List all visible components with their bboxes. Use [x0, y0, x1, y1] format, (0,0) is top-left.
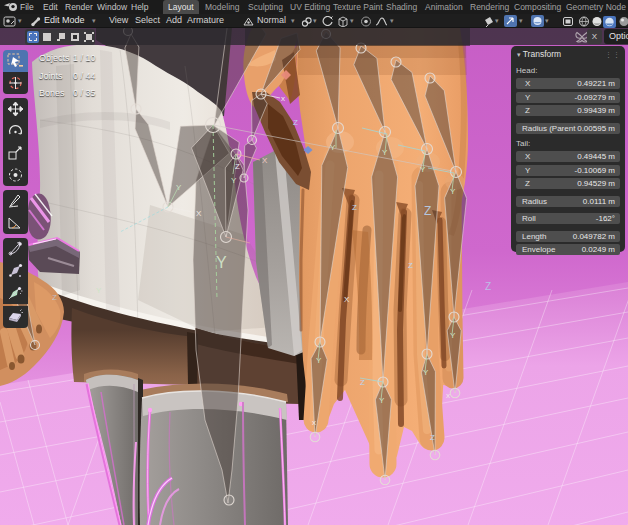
- svg-text:Y: Y: [330, 143, 336, 152]
- svg-text:Y: Y: [379, 396, 385, 405]
- svg-text:Y: Y: [96, 286, 102, 295]
- svg-text:Z: Z: [293, 118, 298, 127]
- svg-text:x: x: [446, 391, 450, 400]
- svg-text:Z: Z: [430, 433, 435, 442]
- svg-text:x: x: [281, 94, 285, 103]
- svg-text:Z: Z: [352, 203, 357, 212]
- svg-text:Y: Y: [216, 254, 227, 271]
- svg-text:X: X: [262, 156, 268, 165]
- svg-text:Y: Y: [231, 176, 237, 185]
- svg-text:Z: Z: [424, 204, 431, 218]
- svg-text:X: X: [344, 295, 350, 304]
- svg-text:Y: Y: [450, 331, 456, 340]
- svg-text:X: X: [196, 209, 202, 218]
- svg-text:Y: Y: [316, 356, 322, 365]
- svg-text:Z: Z: [360, 378, 365, 387]
- svg-text:Z: Z: [52, 293, 57, 302]
- svg-text:Y: Y: [423, 368, 429, 377]
- svg-text:x: x: [312, 418, 316, 427]
- svg-text:Z: Z: [408, 261, 413, 270]
- svg-text:Y: Y: [450, 187, 456, 196]
- svg-text:Z: Z: [485, 281, 491, 292]
- svg-text:Z: Z: [235, 162, 240, 171]
